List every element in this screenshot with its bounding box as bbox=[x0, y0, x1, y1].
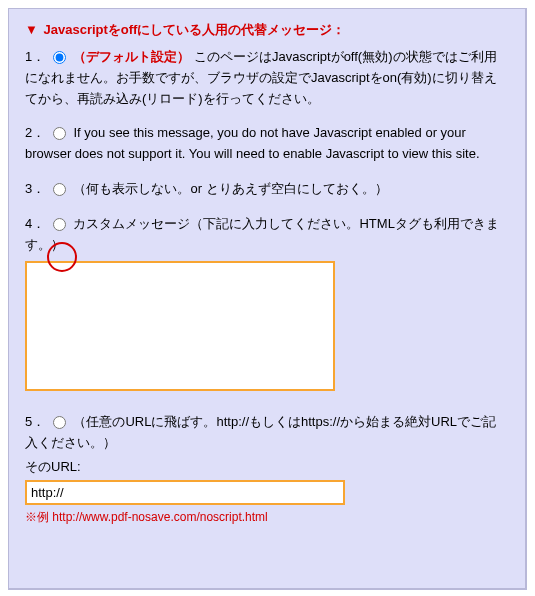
option-2-radio[interactable] bbox=[53, 127, 66, 140]
url-example: ※例 http://www.pdf-nosave.com/noscript.ht… bbox=[25, 509, 509, 526]
url-label: そのURL: bbox=[25, 458, 509, 476]
option-4-radio[interactable] bbox=[53, 218, 66, 231]
option-4-text: カスタムメッセージ（下記に入力してください。HTMLタグも利用できます。） bbox=[25, 216, 499, 252]
section-title-text: Javascriptをoffにしている人用の代替メッセージ： bbox=[44, 22, 346, 37]
option-2-number: 2． bbox=[25, 125, 45, 140]
option-3: 3． （何も表示しない。or とりあえず空白にしておく。） bbox=[25, 179, 509, 200]
option-4: 4． カスタムメッセージ（下記に入力してください。HTMLタグも利用できます。） bbox=[25, 214, 509, 256]
option-3-text: （何も表示しない。or とりあえず空白にしておく。） bbox=[73, 181, 387, 196]
redirect-url-input[interactable] bbox=[25, 480, 345, 505]
option-1-radio[interactable] bbox=[53, 51, 66, 64]
noscript-options-panel: ▼ Javascriptをoffにしている人用の代替メッセージ： 1． （デフォ… bbox=[8, 8, 527, 590]
option-1-default-tag: （デフォルト設定） bbox=[73, 49, 190, 64]
option-2-text: If you see this message, you do not have… bbox=[25, 125, 480, 161]
option-4-number: 4． bbox=[25, 216, 45, 231]
option-3-number: 3． bbox=[25, 181, 45, 196]
url-row: そのURL: ※例 http://www.pdf-nosave.com/nosc… bbox=[25, 458, 509, 526]
custom-message-wrap bbox=[25, 261, 509, 394]
option-1: 1． （デフォルト設定） このページはJavascriptがoff(無効)の状態… bbox=[25, 47, 509, 109]
triangle-marker-icon: ▼ bbox=[25, 22, 38, 37]
option-1-number: 1． bbox=[25, 49, 45, 64]
option-2: 2． If you see this message, you do not h… bbox=[25, 123, 509, 165]
custom-message-textarea[interactable] bbox=[25, 261, 335, 391]
option-5-number: 5． bbox=[25, 414, 45, 429]
option-5-radio[interactable] bbox=[53, 416, 66, 429]
section-title: ▼ Javascriptをoffにしている人用の代替メッセージ： bbox=[25, 21, 509, 39]
option-5-text: （任意のURLに飛ばす。http://もしくはhttps://から始まる絶対UR… bbox=[25, 414, 496, 450]
option-5: 5． （任意のURLに飛ばす。http://もしくはhttps://から始まる絶… bbox=[25, 412, 509, 454]
option-3-radio[interactable] bbox=[53, 183, 66, 196]
